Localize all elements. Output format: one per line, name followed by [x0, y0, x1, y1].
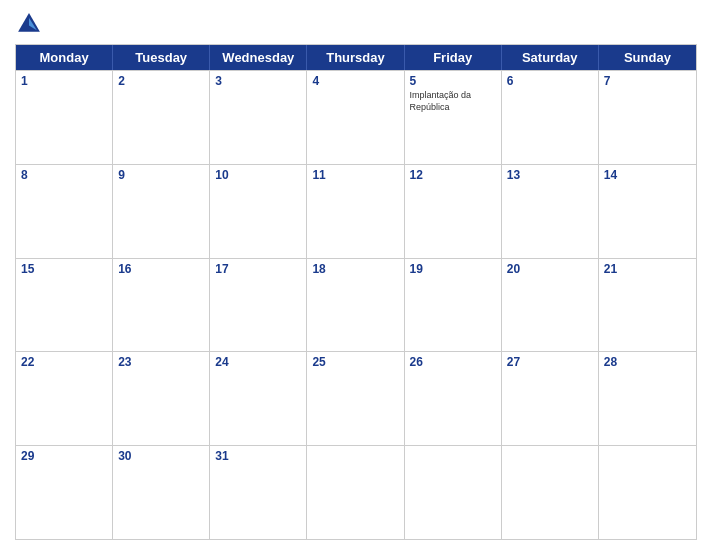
day-cell: 26 [405, 352, 502, 445]
day-number: 9 [118, 168, 204, 182]
day-cell: 30 [113, 446, 210, 539]
week-row-3: 15161718192021 [16, 258, 696, 352]
day-number: 17 [215, 262, 301, 276]
day-cell: 27 [502, 352, 599, 445]
day-cell: 13 [502, 165, 599, 258]
day-event: Implantação da República [410, 90, 496, 113]
day-cell: 14 [599, 165, 696, 258]
day-number: 15 [21, 262, 107, 276]
page-header [15, 10, 697, 38]
day-cell: 5Implantação da República [405, 71, 502, 164]
day-cell: 23 [113, 352, 210, 445]
day-cell: 4 [307, 71, 404, 164]
day-number: 18 [312, 262, 398, 276]
week-row-5: 293031 [16, 445, 696, 539]
day-cell: 6 [502, 71, 599, 164]
day-cell: 28 [599, 352, 696, 445]
day-cell: 7 [599, 71, 696, 164]
day-cell [307, 446, 404, 539]
day-number: 3 [215, 74, 301, 88]
calendar: MondayTuesdayWednesdayThursdayFridaySatu… [15, 44, 697, 540]
day-header-sunday: Sunday [599, 45, 696, 70]
day-cell: 1 [16, 71, 113, 164]
day-number: 8 [21, 168, 107, 182]
day-number: 13 [507, 168, 593, 182]
day-number: 31 [215, 449, 301, 463]
day-number: 4 [312, 74, 398, 88]
day-number: 1 [21, 74, 107, 88]
day-cell: 10 [210, 165, 307, 258]
day-number: 21 [604, 262, 691, 276]
day-number: 16 [118, 262, 204, 276]
day-number: 28 [604, 355, 691, 369]
day-number: 29 [21, 449, 107, 463]
day-cell: 20 [502, 259, 599, 352]
day-cell: 11 [307, 165, 404, 258]
day-number: 6 [507, 74, 593, 88]
day-header-saturday: Saturday [502, 45, 599, 70]
day-header-thursday: Thursday [307, 45, 404, 70]
week-row-2: 891011121314 [16, 164, 696, 258]
day-cell: 16 [113, 259, 210, 352]
day-cell: 12 [405, 165, 502, 258]
day-cell: 22 [16, 352, 113, 445]
day-number: 22 [21, 355, 107, 369]
day-header-friday: Friday [405, 45, 502, 70]
day-header-monday: Monday [16, 45, 113, 70]
day-cell: 29 [16, 446, 113, 539]
logo [15, 10, 47, 38]
day-cell [599, 446, 696, 539]
logo-icon [15, 10, 43, 38]
weeks-container: 12345Implantação da República67891011121… [16, 70, 696, 539]
day-number: 20 [507, 262, 593, 276]
day-number: 12 [410, 168, 496, 182]
week-row-1: 12345Implantação da República67 [16, 70, 696, 164]
day-number: 23 [118, 355, 204, 369]
day-cell: 15 [16, 259, 113, 352]
day-number: 25 [312, 355, 398, 369]
day-number: 14 [604, 168, 691, 182]
day-cell: 3 [210, 71, 307, 164]
day-cell: 19 [405, 259, 502, 352]
day-cell: 2 [113, 71, 210, 164]
day-cell [405, 446, 502, 539]
day-cell: 21 [599, 259, 696, 352]
day-number: 7 [604, 74, 691, 88]
day-number: 24 [215, 355, 301, 369]
day-header-tuesday: Tuesday [113, 45, 210, 70]
day-cell: 17 [210, 259, 307, 352]
day-number: 2 [118, 74, 204, 88]
day-number: 26 [410, 355, 496, 369]
day-cell: 18 [307, 259, 404, 352]
day-cell [502, 446, 599, 539]
day-number: 30 [118, 449, 204, 463]
day-number: 10 [215, 168, 301, 182]
day-cell: 31 [210, 446, 307, 539]
day-cell: 25 [307, 352, 404, 445]
day-cell: 24 [210, 352, 307, 445]
day-headers-row: MondayTuesdayWednesdayThursdayFridaySatu… [16, 45, 696, 70]
day-number: 11 [312, 168, 398, 182]
day-number: 27 [507, 355, 593, 369]
day-number: 5 [410, 74, 496, 88]
day-header-wednesday: Wednesday [210, 45, 307, 70]
day-cell: 9 [113, 165, 210, 258]
week-row-4: 22232425262728 [16, 351, 696, 445]
day-cell: 8 [16, 165, 113, 258]
day-number: 19 [410, 262, 496, 276]
